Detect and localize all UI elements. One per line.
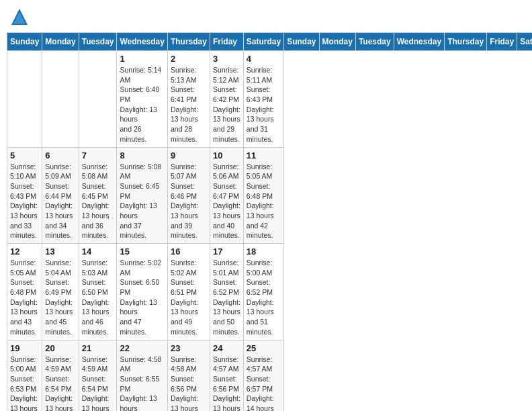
calendar-cell: 10Sunrise: 5:06 AM Sunset: 6:47 PM Dayli… xyxy=(210,147,243,244)
day-info: Sunrise: 4:58 AM Sunset: 6:56 PM Dayligh… xyxy=(171,355,207,412)
day-number: 7 xyxy=(82,150,114,161)
day-number: 5 xyxy=(10,150,39,161)
col-header-saturday: Saturday xyxy=(243,33,283,51)
col-header-wednesday: Wednesday xyxy=(394,33,444,51)
col-header-sunday: Sunday xyxy=(7,33,42,51)
day-number: 10 xyxy=(213,150,240,161)
calendar-cell: 3Sunrise: 5:12 AM Sunset: 6:42 PM Daylig… xyxy=(210,51,243,148)
day-info: Sunrise: 5:05 AM Sunset: 6:48 PM Dayligh… xyxy=(247,162,281,241)
day-number: 8 xyxy=(120,150,164,161)
calendar-cell: 19Sunrise: 5:00 AM Sunset: 6:53 PM Dayli… xyxy=(7,340,42,411)
day-number: 12 xyxy=(10,246,39,257)
col-header-saturday: Saturday xyxy=(517,33,532,51)
col-header-wednesday: Wednesday xyxy=(117,33,167,51)
day-info: Sunrise: 5:07 AM Sunset: 6:46 PM Dayligh… xyxy=(171,162,207,241)
calendar-cell: 23Sunrise: 4:58 AM Sunset: 6:56 PM Dayli… xyxy=(167,340,210,411)
calendar-cell: 7Sunrise: 5:08 AM Sunset: 6:45 PM Daylig… xyxy=(79,147,117,244)
calendar-cell xyxy=(79,51,117,148)
day-info: Sunrise: 4:59 AM Sunset: 6:54 PM Dayligh… xyxy=(45,355,75,412)
day-info: Sunrise: 5:08 AM Sunset: 6:45 PM Dayligh… xyxy=(120,162,164,241)
day-number: 15 xyxy=(120,246,164,257)
day-info: Sunrise: 5:09 AM Sunset: 6:44 PM Dayligh… xyxy=(45,162,75,241)
day-number: 23 xyxy=(171,343,207,353)
col-header-friday: Friday xyxy=(210,33,243,51)
calendar-cell: 24Sunrise: 4:57 AM Sunset: 6:56 PM Dayli… xyxy=(210,340,243,411)
calendar-cell: 15Sunrise: 5:02 AM Sunset: 6:50 PM Dayli… xyxy=(117,244,167,340)
calendar-cell xyxy=(42,51,79,148)
day-info: Sunrise: 5:04 AM Sunset: 6:49 PM Dayligh… xyxy=(45,258,75,337)
day-number: 13 xyxy=(45,246,75,257)
day-info: Sunrise: 5:08 AM Sunset: 6:45 PM Dayligh… xyxy=(82,162,114,241)
calendar-week-row: 19Sunrise: 5:00 AM Sunset: 6:53 PM Dayli… xyxy=(7,340,533,411)
calendar-cell: 20Sunrise: 4:59 AM Sunset: 6:54 PM Dayli… xyxy=(42,340,79,411)
day-info: Sunrise: 5:11 AM Sunset: 6:43 PM Dayligh… xyxy=(247,65,281,144)
calendar-cell: 4Sunrise: 5:11 AM Sunset: 6:43 PM Daylig… xyxy=(243,51,283,148)
day-number: 14 xyxy=(82,246,114,257)
day-number: 25 xyxy=(247,343,281,353)
day-info: Sunrise: 5:01 AM Sunset: 6:52 PM Dayligh… xyxy=(213,258,240,337)
day-info: Sunrise: 5:02 AM Sunset: 6:51 PM Dayligh… xyxy=(171,258,207,337)
day-info: Sunrise: 5:05 AM Sunset: 6:48 PM Dayligh… xyxy=(10,258,39,337)
col-header-monday: Monday xyxy=(42,33,79,51)
calendar-cell: 9Sunrise: 5:07 AM Sunset: 6:46 PM Daylig… xyxy=(167,147,210,244)
day-number: 19 xyxy=(10,343,39,353)
col-header-monday: Monday xyxy=(319,33,355,51)
day-number: 6 xyxy=(45,150,75,161)
day-number: 21 xyxy=(82,343,114,353)
calendar-cell: 11Sunrise: 5:05 AM Sunset: 6:48 PM Dayli… xyxy=(243,147,283,244)
day-info: Sunrise: 4:57 AM Sunset: 6:57 PM Dayligh… xyxy=(247,355,281,412)
calendar-week-row: 12Sunrise: 5:05 AM Sunset: 6:48 PM Dayli… xyxy=(7,244,533,340)
day-info: Sunrise: 5:10 AM Sunset: 6:43 PM Dayligh… xyxy=(10,162,39,241)
calendar-week-row: 1Sunrise: 5:14 AM Sunset: 6:40 PM Daylig… xyxy=(7,51,533,148)
calendar-cell: 22Sunrise: 4:58 AM Sunset: 6:55 PM Dayli… xyxy=(117,340,167,411)
day-number: 11 xyxy=(247,150,281,161)
logo xyxy=(9,7,31,27)
day-number: 20 xyxy=(45,343,75,353)
calendar-cell: 13Sunrise: 5:04 AM Sunset: 6:49 PM Dayli… xyxy=(42,244,79,340)
calendar-cell: 16Sunrise: 5:02 AM Sunset: 6:51 PM Dayli… xyxy=(167,244,210,340)
calendar-header-row: SundayMondayTuesdayWednesdayThursdayFrid… xyxy=(7,33,533,51)
calendar-cell: 14Sunrise: 5:03 AM Sunset: 6:50 PM Dayli… xyxy=(79,244,117,340)
day-number: 4 xyxy=(247,54,281,64)
day-number: 1 xyxy=(120,54,164,64)
calendar-table: SundayMondayTuesdayWednesdayThursdayFrid… xyxy=(7,32,532,411)
day-info: Sunrise: 5:06 AM Sunset: 6:47 PM Dayligh… xyxy=(213,162,240,241)
calendar-cell: 18Sunrise: 5:00 AM Sunset: 6:52 PM Dayli… xyxy=(243,244,283,340)
day-number: 22 xyxy=(120,343,164,353)
col-header-tuesday: Tuesday xyxy=(79,33,117,51)
day-info: Sunrise: 5:03 AM Sunset: 6:50 PM Dayligh… xyxy=(82,258,114,337)
calendar-cell xyxy=(7,51,42,148)
day-info: Sunrise: 4:58 AM Sunset: 6:55 PM Dayligh… xyxy=(120,355,164,412)
calendar-cell: 21Sunrise: 4:59 AM Sunset: 6:54 PM Dayli… xyxy=(79,340,117,411)
calendar-cell: 6Sunrise: 5:09 AM Sunset: 6:44 PM Daylig… xyxy=(42,147,79,244)
day-number: 2 xyxy=(171,54,207,64)
calendar-cell: 8Sunrise: 5:08 AM Sunset: 6:45 PM Daylig… xyxy=(117,147,167,244)
calendar-cell: 12Sunrise: 5:05 AM Sunset: 6:48 PM Dayli… xyxy=(7,244,42,340)
calendar-cell: 2Sunrise: 5:13 AM Sunset: 6:41 PM Daylig… xyxy=(167,51,210,148)
day-info: Sunrise: 5:12 AM Sunset: 6:42 PM Dayligh… xyxy=(213,65,240,144)
day-info: Sunrise: 4:59 AM Sunset: 6:54 PM Dayligh… xyxy=(82,355,114,412)
day-number: 18 xyxy=(247,246,281,257)
day-number: 24 xyxy=(213,343,240,353)
day-info: Sunrise: 5:02 AM Sunset: 6:50 PM Dayligh… xyxy=(120,258,164,337)
day-info: Sunrise: 4:57 AM Sunset: 6:56 PM Dayligh… xyxy=(213,355,240,412)
day-number: 16 xyxy=(171,246,207,257)
day-number: 3 xyxy=(213,54,240,64)
calendar-cell: 25Sunrise: 4:57 AM Sunset: 6:57 PM Dayli… xyxy=(243,340,283,411)
calendar-cell: 5Sunrise: 5:10 AM Sunset: 6:43 PM Daylig… xyxy=(7,147,42,244)
day-number: 17 xyxy=(213,246,240,257)
col-header-sunday: Sunday xyxy=(284,33,319,51)
calendar-cell: 17Sunrise: 5:01 AM Sunset: 6:52 PM Dayli… xyxy=(210,244,243,340)
col-header-tuesday: Tuesday xyxy=(355,33,394,51)
calendar-cell: 1Sunrise: 5:14 AM Sunset: 6:40 PM Daylig… xyxy=(117,51,167,148)
col-header-friday: Friday xyxy=(487,33,517,51)
calendar-week-row: 5Sunrise: 5:10 AM Sunset: 6:43 PM Daylig… xyxy=(7,147,533,244)
col-header-thursday: Thursday xyxy=(167,33,210,51)
day-info: Sunrise: 5:13 AM Sunset: 6:41 PM Dayligh… xyxy=(171,65,207,144)
day-info: Sunrise: 5:00 AM Sunset: 6:52 PM Dayligh… xyxy=(247,258,281,337)
logo-icon xyxy=(9,7,30,27)
day-number: 9 xyxy=(171,150,207,161)
page-header xyxy=(7,7,525,27)
col-header-thursday: Thursday xyxy=(445,33,487,51)
day-info: Sunrise: 5:00 AM Sunset: 6:53 PM Dayligh… xyxy=(10,355,39,412)
